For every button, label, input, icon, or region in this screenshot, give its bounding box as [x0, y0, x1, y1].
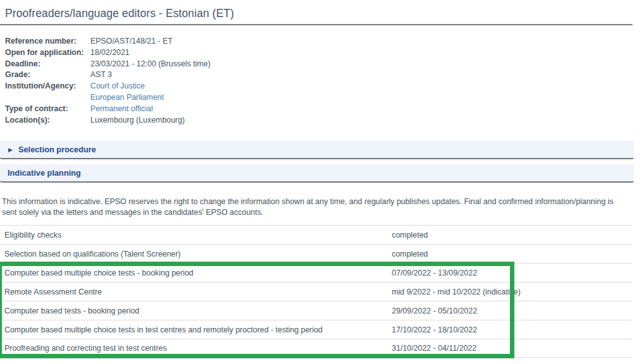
contract-type-link[interactable]: Permanent official [90, 104, 153, 113]
table-row: Selection based on qualifications (Talen… [0, 244, 633, 263]
accordion-selection-procedure[interactable]: ▶ Selection procedure [0, 141, 634, 159]
date-cell: 07/09/2022 - 13/09/2022 [392, 264, 477, 282]
job-detail-page: Proofreaders/language editors - Estonian… [0, 0, 642, 364]
field-row-reference-number: Reference number:EPSO/AST/148/21 - ET [0, 36, 633, 47]
stage-cell: Remote Assessment Centre [0, 288, 387, 296]
date-cell: mid 9/2022 - mid 10/2022 (indicative) [392, 282, 521, 301]
grade-value: AST 3 [90, 70, 112, 79]
job-details-fields: Reference number:EPSO/AST/148/21 - ET Op… [0, 36, 633, 126]
chevron-right-icon: ▶ [8, 146, 13, 152]
date-cell: completed [392, 245, 428, 263]
reference-number-value: EPSO/AST/148/21 - ET [90, 37, 173, 46]
page-title: Proofreaders/language editors - Estonian… [5, 7, 234, 20]
location-value: Luxembourg (Luxembourg) [90, 116, 185, 124]
section-header-label: Indicative planning [8, 168, 81, 178]
deadline-value: 23/03/2021 - 12:00 (Brussels time) [90, 59, 210, 68]
field-label: Reference number: [5, 36, 90, 47]
stage-cell: Selection based on qualifications (Talen… [0, 250, 387, 258]
table-row: Computer based multiple choice tests - b… [0, 263, 633, 282]
field-row-grade: Grade:AST 3 [0, 70, 633, 81]
table-row: Eligibility checks completed [0, 225, 633, 244]
stage-cell: Computer based tests - booking period [0, 306, 387, 315]
open-date-value: 18/02/2021 [90, 48, 130, 57]
field-row-institution: Institution/Agency:Court of Justice [0, 81, 633, 92]
date-cell: 29/09/2022 - 05/10/2022 [392, 301, 477, 320]
stage-cell: Computer based multiple choice tests - b… [0, 269, 387, 277]
table-row: Remote Assessment Centre mid 9/2022 - mi… [0, 282, 633, 301]
table-row: Computer based tests - booking period 29… [0, 301, 633, 320]
table-row: Computer based multiple choice tests in … [0, 320, 633, 339]
field-label: Grade: [5, 70, 90, 81]
table-row: Proofreading and correcting test in test… [0, 339, 633, 358]
date-cell: completed [392, 226, 428, 244]
field-label: Open for application: [5, 47, 90, 59]
stage-cell: Proofreading and correcting test in test… [0, 344, 387, 353]
date-cell: 17/10/2022 - 18/10/2022 [392, 320, 477, 339]
title-divider [0, 24, 633, 25]
planning-table: Eligibility checks completed Selection b… [0, 225, 633, 358]
field-label: Type of contract: [5, 104, 90, 115]
section-header-indicative-planning[interactable]: Indicative planning [0, 164, 634, 183]
accordion-label: Selection procedure [18, 145, 96, 154]
field-row-locations: Location(s):Luxembourg (Luxembourg) [0, 115, 633, 126]
field-row-institution-2: European Parliament [0, 92, 633, 104]
indicative-notice-text: This information is indicative. EPSO res… [2, 197, 625, 217]
institution-link-court-of-justice[interactable]: Court of Justice [90, 82, 145, 90]
field-row-type-of-contract: Type of contract:Permanent official [0, 104, 633, 115]
stage-cell: Eligibility checks [0, 231, 387, 240]
field-label: Institution/Agency: [5, 81, 90, 92]
stage-cell: Computer based multiple choice tests in … [0, 325, 387, 334]
date-cell: 31/10/2022 - 04/11/2022 [392, 339, 476, 357]
institution-link-european-parliament[interactable]: European Parliament [90, 93, 164, 102]
field-row-open-for-application: Open for application:18/02/2021 [0, 47, 633, 59]
field-label: Deadline: [5, 59, 90, 70]
field-row-deadline: Deadline:23/03/2021 - 12:00 (Brussels ti… [0, 59, 633, 70]
field-label: Location(s): [5, 115, 90, 126]
